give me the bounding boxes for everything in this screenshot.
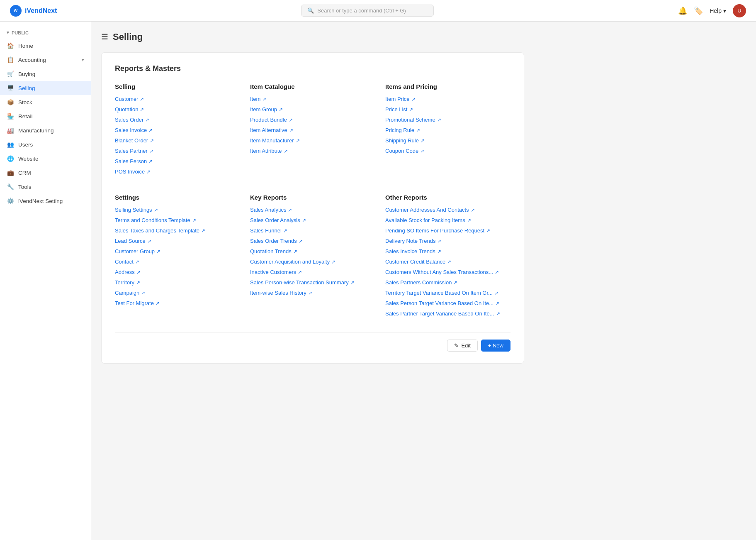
external-link-icon: ↗ bbox=[411, 96, 416, 102]
sidebar-item-label: Users bbox=[18, 142, 33, 148]
link-item[interactable]: Customer Acquisition and Loyalty↗ bbox=[250, 259, 375, 265]
link-item[interactable]: Item Manufacturer↗ bbox=[250, 137, 375, 144]
sidebar-item-crm[interactable]: 💼 CRM bbox=[0, 166, 91, 180]
link-item[interactable]: POS Invoice↗ bbox=[115, 169, 240, 175]
link-item[interactable]: Pending SO Items For Purchase Request↗ bbox=[385, 227, 510, 234]
section-title-other-reports: Other Reports bbox=[385, 194, 510, 201]
sidebar-item-label: Retail bbox=[18, 113, 33, 120]
link-item[interactable]: Item Price↗ bbox=[385, 96, 510, 102]
link-item[interactable]: Terms and Conditions Template↗ bbox=[115, 217, 240, 223]
link-item[interactable]: Customer Addresses And Contacts↗ bbox=[385, 207, 510, 213]
notification-icon[interactable]: 🔔 bbox=[678, 6, 687, 15]
link-item[interactable]: Sales Funnel↗ bbox=[250, 227, 375, 234]
link-item[interactable]: Promotional Scheme↗ bbox=[385, 117, 510, 123]
link-item[interactable]: Sales Invoice Trends↗ bbox=[385, 248, 510, 254]
link-item[interactable]: Sales Person↗ bbox=[115, 158, 240, 164]
link-item[interactable]: Coupon Code↗ bbox=[385, 148, 510, 154]
link-item[interactable]: Item↗ bbox=[250, 96, 375, 102]
search-placeholder: Search or type a command (Ctrl + G) bbox=[317, 7, 406, 14]
link-item[interactable]: Contact↗ bbox=[115, 259, 240, 265]
link-item[interactable]: Sales Analytics↗ bbox=[250, 207, 375, 213]
link-item[interactable]: Sales Partner↗ bbox=[115, 148, 240, 154]
link-item[interactable]: Product Bundle↗ bbox=[250, 117, 375, 123]
link-item[interactable]: Quotation↗ bbox=[115, 106, 240, 112]
link-item[interactable]: Sales Partner Target Variance Based On I… bbox=[385, 310, 510, 317]
link-item[interactable]: Delivery Note Trends↗ bbox=[385, 238, 510, 244]
sidebar-item-retail[interactable]: 🏪 Retail bbox=[0, 109, 91, 123]
link-item[interactable]: Customers Without Any Sales Transactions… bbox=[385, 269, 510, 275]
link-item[interactable]: Item Alternative↗ bbox=[250, 127, 375, 133]
sidebar-item-users[interactable]: 👥 Users bbox=[0, 137, 91, 151]
search-bar[interactable]: 🔍 Search or type a command (Ctrl + G) bbox=[301, 5, 434, 17]
external-link-icon: ↗ bbox=[147, 238, 151, 244]
sidebar-item-home[interactable]: 🏠 Home bbox=[0, 39, 91, 53]
sidebar-item-label: iVendNext Setting bbox=[18, 198, 63, 204]
link-label: Sales Partner Target Variance Based On I… bbox=[385, 310, 494, 317]
link-item[interactable]: Customer↗ bbox=[115, 96, 240, 102]
link-item[interactable]: Territory Target Variance Based On Item … bbox=[385, 290, 510, 296]
link-item[interactable]: Selling Settings↗ bbox=[115, 207, 240, 213]
sidebar-item-website[interactable]: 🌐 Website bbox=[0, 151, 91, 166]
link-item[interactable]: Item Group↗ bbox=[250, 106, 375, 112]
link-item[interactable]: Sales Person-wise Transaction Summary↗ bbox=[250, 279, 375, 286]
help-button[interactable]: Help ▾ bbox=[710, 7, 726, 14]
link-item[interactable]: Price List↗ bbox=[385, 106, 510, 112]
external-link-icon: ↗ bbox=[279, 107, 283, 112]
link-item[interactable]: Shipping Rule↗ bbox=[385, 137, 510, 144]
link-label: Blanket Order bbox=[115, 137, 148, 144]
edit-button[interactable]: ✎ Edit bbox=[447, 340, 477, 352]
sidebar-item-accounting[interactable]: 📋 Accounting ▾ bbox=[0, 53, 91, 67]
link-item[interactable]: Available Stock for Packing Items↗ bbox=[385, 217, 510, 223]
external-link-icon: ↗ bbox=[293, 249, 297, 254]
sidebar-item-ivendnext-setting[interactable]: ⚙️ iVendNext Setting bbox=[0, 194, 91, 208]
avatar[interactable]: U bbox=[733, 4, 746, 17]
link-item[interactable]: Item Attribute↗ bbox=[250, 148, 375, 154]
users-icon: 👥 bbox=[7, 141, 14, 148]
link-label: POS Invoice bbox=[115, 169, 145, 175]
tag-icon[interactable]: 🏷️ bbox=[694, 6, 703, 15]
link-item[interactable]: Sales Taxes and Charges Template↗ bbox=[115, 227, 240, 234]
external-link-icon: ↗ bbox=[308, 290, 312, 296]
sidebar-item-buying[interactable]: 🛒 Buying bbox=[0, 67, 91, 81]
sidebar-item-selling[interactable]: 🖥️ Selling bbox=[0, 81, 91, 95]
link-item[interactable]: Sales Person Target Variance Based On It… bbox=[385, 300, 510, 306]
link-item[interactable]: Blanket Order↗ bbox=[115, 137, 240, 144]
menu-icon[interactable]: ☰ bbox=[101, 32, 108, 42]
external-link-icon: ↗ bbox=[156, 249, 160, 254]
logo-icon: iV bbox=[10, 5, 22, 17]
link-item[interactable]: Customer Credit Balance↗ bbox=[385, 259, 510, 265]
sidebar-item-manufacturing[interactable]: 🏭 Manufacturing bbox=[0, 123, 91, 137]
sidebar-section-label[interactable]: ▾ PUBLIC bbox=[0, 28, 91, 39]
link-item[interactable]: Territory↗ bbox=[115, 279, 240, 286]
link-item[interactable]: Item-wise Sales History↗ bbox=[250, 290, 375, 296]
sidebar-item-tools[interactable]: 🔧 Tools bbox=[0, 180, 91, 194]
link-item[interactable]: Sales Order Trends↗ bbox=[250, 238, 375, 244]
link-item[interactable]: Inactive Customers↗ bbox=[250, 269, 375, 275]
link-item[interactable]: Sales Order↗ bbox=[115, 117, 240, 123]
external-link-icon: ↗ bbox=[298, 269, 302, 275]
external-link-icon: ↗ bbox=[453, 280, 457, 286]
link-item[interactable]: Test For Migrate↗ bbox=[115, 300, 240, 306]
link-label: Customer Addresses And Contacts bbox=[385, 207, 469, 213]
sidebar-item-label: Home bbox=[18, 43, 33, 49]
external-link-icon: ↗ bbox=[192, 217, 196, 223]
external-link-icon: ↗ bbox=[496, 311, 500, 317]
link-item[interactable]: Address↗ bbox=[115, 269, 240, 275]
link-item[interactable]: Lead Source↗ bbox=[115, 238, 240, 244]
sidebar-item-stock[interactable]: 📦 Stock bbox=[0, 95, 91, 109]
link-label: Pricing Rule bbox=[385, 127, 414, 133]
external-link-icon: ↗ bbox=[148, 159, 153, 164]
section-settings: SettingsSelling Settings↗Terms and Condi… bbox=[115, 194, 240, 321]
link-label: Sales Analytics bbox=[250, 207, 286, 213]
link-item[interactable]: Sales Invoice↗ bbox=[115, 127, 240, 133]
link-item[interactable]: Customer Group↗ bbox=[115, 248, 240, 254]
manufacturing-icon: 🏭 bbox=[7, 127, 14, 134]
link-item[interactable]: Sales Partners Commission↗ bbox=[385, 279, 510, 286]
link-item[interactable]: Pricing Rule↗ bbox=[385, 127, 510, 133]
link-item[interactable]: Campaign↗ bbox=[115, 290, 240, 296]
link-label: Shipping Rule bbox=[385, 137, 419, 144]
link-item[interactable]: Sales Order Analysis↗ bbox=[250, 217, 375, 223]
page-title-row: ☰ Selling bbox=[101, 32, 746, 42]
link-item[interactable]: Quotation Trends↗ bbox=[250, 248, 375, 254]
new-button[interactable]: + New bbox=[481, 340, 510, 352]
